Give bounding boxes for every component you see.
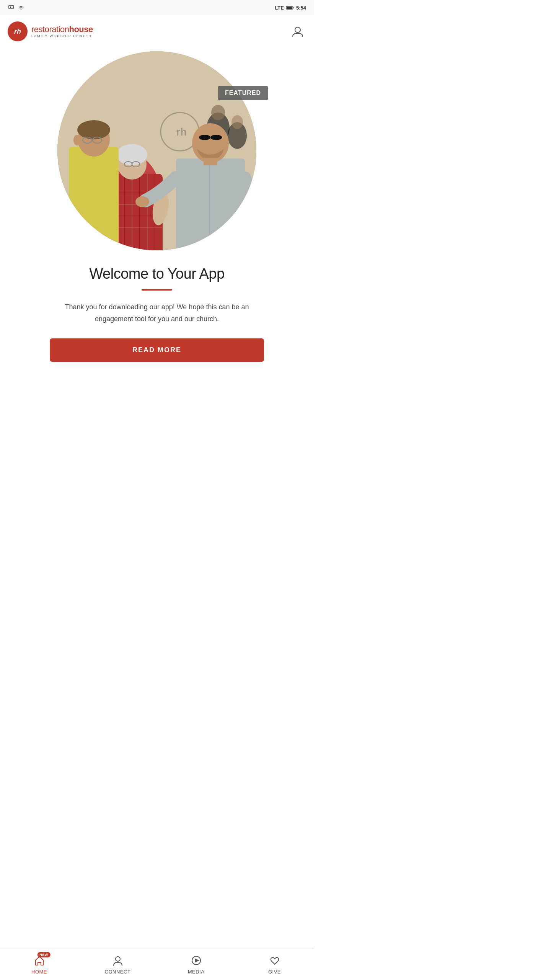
welcome-title: Welcome to Your App — [15, 266, 298, 282]
svg-point-36 — [210, 135, 222, 140]
svg-point-35 — [199, 135, 210, 140]
signal-label: LTE — [275, 5, 284, 11]
app-name: restorationhouse — [31, 25, 93, 34]
svg-rect-38 — [204, 158, 217, 165]
svg-rect-4 — [287, 7, 292, 9]
svg-point-27 — [117, 144, 147, 165]
battery-icon — [286, 5, 294, 10]
divider — [142, 289, 172, 291]
status-bar-left — [8, 4, 24, 11]
svg-text:rh: rh — [176, 126, 187, 138]
notification-icon — [8, 4, 15, 11]
featured-scene: rh — [57, 51, 256, 250]
logo-initials: rh — [14, 28, 21, 36]
profile-icon — [291, 25, 304, 38]
wifi-icon — [18, 4, 24, 11]
featured-section: rh — [0, 47, 314, 258]
app-name-regular: restoration — [31, 24, 69, 34]
svg-point-42 — [77, 120, 110, 139]
svg-rect-3 — [293, 7, 293, 8]
status-bar-right: LTE 5:54 — [275, 5, 306, 11]
featured-badge: FEATURED — [218, 86, 268, 100]
main-content: Welcome to Your App Thank you for downlo… — [0, 258, 314, 392]
profile-button[interactable] — [289, 23, 306, 40]
featured-image[interactable]: rh — [57, 51, 256, 250]
welcome-description: Thank you for downloading our app! We ho… — [50, 301, 264, 325]
logo-container: rh restorationhouse FAMILY WORSHIP CENTE… — [8, 21, 93, 41]
svg-point-39 — [135, 196, 149, 207]
svg-point-43 — [73, 135, 81, 145]
time-display: 5:54 — [296, 5, 306, 11]
app-name-bold: house — [69, 24, 93, 34]
svg-rect-1 — [10, 7, 11, 8]
app-header: rh restorationhouse FAMILY WORSHIP CENTE… — [0, 15, 314, 47]
svg-point-8 — [211, 105, 225, 120]
status-bar: LTE 5:54 — [0, 0, 314, 15]
svg-rect-40 — [69, 147, 119, 250]
svg-point-5 — [295, 27, 300, 33]
logo-text: restorationhouse FAMILY WORSHIP CENTER — [31, 25, 93, 38]
svg-rect-32 — [176, 158, 245, 250]
app-subtitle: FAMILY WORSHIP CENTER — [31, 34, 93, 38]
logo-circle: rh — [8, 21, 28, 41]
svg-point-10 — [231, 115, 243, 129]
read-more-button[interactable]: READ MORE — [50, 338, 264, 362]
spacer — [0, 392, 314, 438]
